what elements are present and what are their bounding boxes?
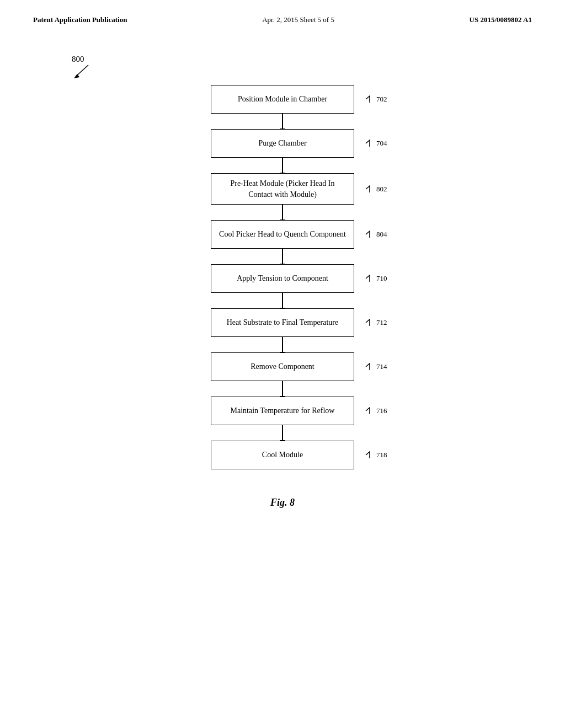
- flow-label-716: 716: [365, 406, 387, 415]
- flow-box-804: Cool Picker Head to Quench Component: [211, 220, 354, 249]
- header-left: Patent Application Publication: [33, 15, 127, 24]
- ref-number: 718: [376, 451, 387, 459]
- flow-label-714: 714: [365, 362, 387, 371]
- ref-number: 802: [376, 185, 387, 194]
- ref-number: 712: [376, 318, 387, 327]
- flow-label-702: 702: [365, 95, 387, 104]
- tick-mark-icon: [365, 231, 375, 238]
- page-header: Patent Application Publication Apr. 2, 2…: [0, 0, 565, 24]
- flow-box-702: Position Module in Chamber: [211, 85, 354, 114]
- flow-box-712: Heat Substrate to Final Temperature: [211, 308, 354, 337]
- flow-box-716: Maintain Temperature for Reflow: [211, 397, 354, 425]
- ref-number: 716: [376, 406, 387, 415]
- connector-arrow-5: [282, 337, 283, 352]
- connector-arrow-7: [282, 425, 283, 441]
- tick-mark-icon: [365, 95, 375, 103]
- flow-label-704: 704: [365, 139, 387, 148]
- flow-label-804: 804: [365, 230, 387, 239]
- flow-box-718: Cool Module: [211, 441, 354, 469]
- tick-mark-icon: [365, 185, 375, 193]
- ref-number: 710: [376, 274, 387, 283]
- flow-box-710: Apply Tension to Component: [211, 264, 354, 293]
- ref-number: 704: [376, 139, 387, 148]
- tick-mark-icon: [365, 140, 375, 147]
- tick-mark-icon: [365, 275, 375, 282]
- flow-box-802: Pre-Heat Module (Picker Head In Contact …: [211, 173, 354, 205]
- svg-line-0: [76, 65, 88, 76]
- diagram-top-label: 800: [72, 55, 94, 79]
- diagram-label-arrow-svg: [72, 64, 94, 79]
- header-right: US 2015/0089802 A1: [470, 15, 532, 24]
- flow-step-710: Apply Tension to Component710: [211, 264, 354, 293]
- flow-step-714: Remove Component714: [211, 352, 354, 381]
- connector-arrow-0: [282, 114, 283, 129]
- flow-step-718: Cool Module718: [211, 441, 354, 469]
- diagram-label-text: 800: [72, 55, 84, 64]
- flowchart: Position Module in Chamber702Purge Chamb…: [211, 85, 354, 469]
- connector-arrow-3: [282, 249, 283, 264]
- flow-box-704: Purge Chamber: [211, 129, 354, 158]
- flow-step-804: Cool Picker Head to Quench Component804: [211, 220, 354, 249]
- flow-box-714: Remove Component: [211, 352, 354, 381]
- tick-mark-icon: [365, 407, 375, 415]
- flow-step-802: Pre-Heat Module (Picker Head In Contact …: [211, 173, 354, 205]
- ref-number: 702: [376, 95, 387, 104]
- flow-step-704: Purge Chamber704: [211, 129, 354, 158]
- flow-step-716: Maintain Temperature for Reflow716: [211, 397, 354, 425]
- tick-mark-icon: [365, 363, 375, 371]
- flow-label-710: 710: [365, 274, 387, 283]
- flow-step-712: Heat Substrate to Final Temperature712: [211, 308, 354, 337]
- svg-marker-1: [74, 74, 79, 78]
- connector-arrow-2: [282, 205, 283, 220]
- connector-arrow-6: [282, 381, 283, 397]
- flow-step-702: Position Module in Chamber702: [211, 85, 354, 114]
- ref-number: 804: [376, 230, 387, 239]
- connector-arrow-4: [282, 293, 283, 308]
- figure-label: Fig. 8: [270, 497, 295, 508]
- ref-number: 714: [376, 362, 387, 371]
- connector-arrow-1: [282, 158, 283, 173]
- flow-label-718: 718: [365, 451, 387, 459]
- tick-mark-icon: [365, 451, 375, 459]
- diagram-container: 800 Position Module in Chamber702Purge C…: [0, 24, 565, 508]
- flow-label-712: 712: [365, 318, 387, 327]
- flow-label-802: 802: [365, 185, 387, 194]
- header-center: Apr. 2, 2015 Sheet 5 of 5: [262, 15, 334, 24]
- tick-mark-icon: [365, 319, 375, 326]
